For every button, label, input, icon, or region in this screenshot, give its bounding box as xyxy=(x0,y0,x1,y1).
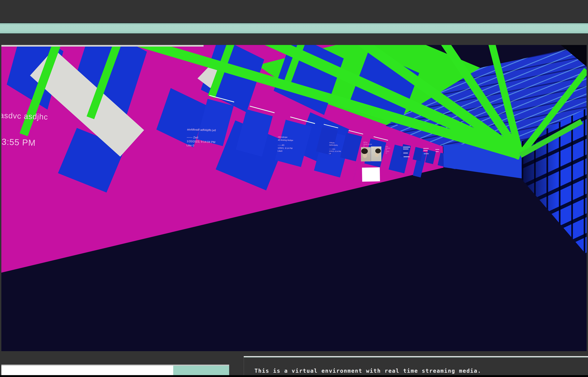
top-teal-bar xyxy=(0,23,588,34)
message-text: Adfvkvbsdvj xyxy=(329,144,348,147)
chat-message: mkvsdcqw afj kkuksg kkdqw ——4D 1/2021, 9… xyxy=(277,135,305,153)
caption-box: This is a virtual environment with real … xyxy=(244,356,588,376)
wall-time-text: 23:55 PM xyxy=(1,137,36,148)
message-timestamp: 1/2023, 9:14 PM xyxy=(329,150,348,153)
ceiling-top-edge xyxy=(1,45,203,47)
far-message-mark xyxy=(403,149,408,149)
wall-title-text: asdvc asdjhc xyxy=(1,111,48,121)
message-text: Lik xyxy=(385,152,398,154)
far-message-mark xyxy=(435,149,439,150)
input-top-border xyxy=(1,365,229,366)
chat-message: asvbllvsdf adfvkjdfs jvd —— Zed 1/20/202… xyxy=(187,127,225,149)
far-message-mark xyxy=(423,148,429,149)
message-likes: Lik xyxy=(329,153,348,155)
far-message-mark xyxy=(403,147,410,147)
message-text: Advbkvb xyxy=(386,147,398,149)
webcam-photo xyxy=(371,146,381,161)
virtual-environment-app: { "scene": { "wall_title": "asdvc asdjhc… xyxy=(0,0,588,377)
far-message-mark xyxy=(436,151,439,152)
caption-text: This is a virtual environment with real … xyxy=(254,368,481,374)
webcam-photo xyxy=(361,147,371,161)
far-message-mark xyxy=(424,153,429,154)
white-media-card xyxy=(362,167,380,182)
far-message-mark xyxy=(404,156,410,157)
far-message-mark xyxy=(424,150,428,151)
message-text: 1/2023 xyxy=(385,151,398,153)
message-text: AfvAkv bsvbdj xyxy=(363,143,378,145)
far-message-mark xyxy=(403,153,408,153)
chat-message: Pfvb Advbkvb 4D 1/2023 Lik xyxy=(385,146,398,154)
3d-viewport[interactable]: asdvc asdjhc 23:55 PM asvbllvsdf adfvkjd… xyxy=(1,45,587,351)
chat-message: YPkvbv Adfvkvbsdvj ——wes 1/2023, 9:14 PM… xyxy=(329,142,348,155)
bottom-black-bar xyxy=(0,375,588,377)
